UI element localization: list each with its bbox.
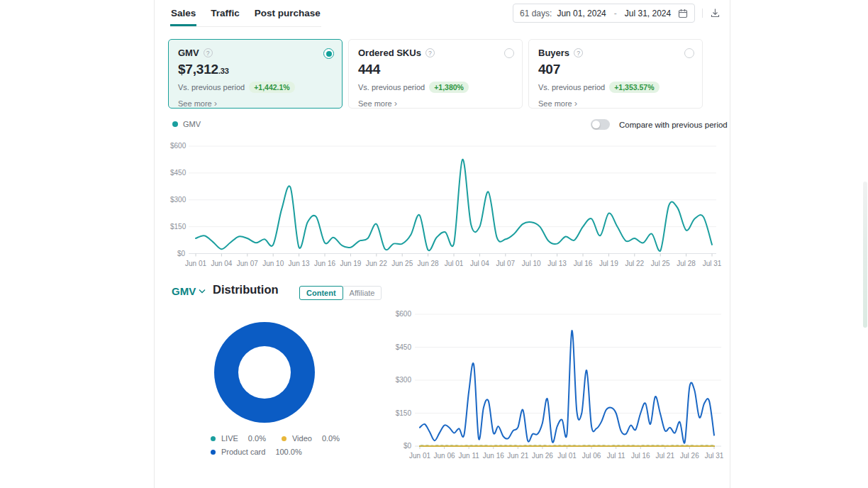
vs-previous-label: Vs. previous period <box>358 83 425 92</box>
legend-item-product-card: Product card 100.0% <box>211 448 302 456</box>
compare-toggle[interactable] <box>591 119 610 130</box>
metric-dropdown[interactable]: GMV <box>172 285 206 297</box>
download-icon <box>710 8 720 18</box>
tab-traffic[interactable]: Traffic <box>210 6 240 26</box>
card-value: 444 <box>358 62 513 77</box>
donut-legend-row-1: LIVE 0.0% Video 0.0% <box>211 434 340 443</box>
gmv-series-dot <box>172 121 178 127</box>
card-title: Ordered SKUs <box>358 48 421 58</box>
download-button[interactable] <box>708 6 721 19</box>
y-axis-label: $150 <box>170 223 185 231</box>
y-axis-label: $300 <box>170 196 185 204</box>
product-card-dot <box>211 450 216 455</box>
legend-item-video: Video 0.0% <box>282 434 340 443</box>
buyers-radio[interactable] <box>684 48 694 58</box>
see-more-link[interactable]: See more› <box>358 98 513 109</box>
distribution-trend-chart-canvas <box>415 310 721 455</box>
end-date[interactable]: Jul 31, 2024 <box>625 9 671 18</box>
chevron-right-icon: › <box>574 98 577 109</box>
y-axis-label: $0 <box>394 442 411 450</box>
date-range-picker[interactable]: 61 days: Jun 01, 2024 - Jul 31, 2024 <box>513 4 695 23</box>
change-badge: +1,442.1% <box>249 82 295 93</box>
legend-item-live: LIVE 0.0% <box>211 434 266 443</box>
change-badge: +1,380% <box>429 82 469 93</box>
question-circle-icon[interactable]: ? <box>574 48 583 57</box>
calendar-icon <box>678 9 688 18</box>
x-axis-label: Jul 31 <box>695 260 729 267</box>
ordered-skus-radio[interactable] <box>504 48 514 58</box>
card-value: 407 <box>538 62 693 77</box>
x-axis-label: Jul 31 <box>697 452 731 460</box>
affiliate-button[interactable]: Affiliate <box>343 286 382 300</box>
distribution-heading: Distribution <box>213 283 279 296</box>
date-range-days-label: 61 days: <box>520 9 552 18</box>
vs-previous-label: Vs. previous period <box>178 83 245 92</box>
donut-legend-row-2: Product card 100.0% <box>211 448 302 456</box>
tab-bar: Sales Traffic Post purchase <box>170 6 321 27</box>
question-circle-icon[interactable]: ? <box>204 48 213 57</box>
scrollbar-thumb[interactable] <box>863 182 867 328</box>
live-dot <box>211 436 216 441</box>
panel-divider-left <box>154 0 155 488</box>
card-title: Buyers <box>538 48 569 58</box>
video-dot <box>282 436 286 441</box>
question-circle-icon[interactable]: ? <box>425 48 435 57</box>
y-axis-label: $300 <box>394 376 411 384</box>
analytics-page: Sales Traffic Post purchase 61 days: Jun… <box>0 0 868 488</box>
tab-sales[interactable]: Sales <box>170 6 196 26</box>
panel-divider-right <box>730 0 730 488</box>
distribution-source-switch: Content Affiliate <box>299 286 382 300</box>
chevron-right-icon: › <box>394 98 397 109</box>
change-badge: +1,353.57% <box>609 82 659 93</box>
metric-card-gmv[interactable]: GMV ? $7,312.33 Vs. previous period +1,4… <box>168 39 343 109</box>
gmv-trend-chart: $0$150$300$450$600Jun 01Jun 04Jun 07Jun … <box>170 140 722 272</box>
chevron-right-icon: › <box>214 98 217 109</box>
y-axis-label: $600 <box>394 310 411 318</box>
y-axis-label: $450 <box>170 169 185 177</box>
gmv-trend-chart-canvas <box>189 142 716 264</box>
chevron-down-icon <box>199 289 206 294</box>
y-axis-label: $0 <box>170 250 185 257</box>
compare-toggle-label: Compare with previous period <box>619 121 728 129</box>
date-separator: - <box>611 9 620 18</box>
see-more-link[interactable]: See more› <box>538 98 693 109</box>
distribution-trend-chart: $0$150$300$450$600Jun 01Jun 06Jun 11Jun … <box>394 310 728 465</box>
y-axis-label: $150 <box>394 409 411 417</box>
series-legend-label: GMV <box>183 120 201 128</box>
series-legend: GMV <box>172 120 201 128</box>
see-more-link[interactable]: See more› <box>178 98 333 109</box>
metric-card-ordered-skus[interactable]: Ordered SKUs ? 444 Vs. previous period +… <box>348 39 523 109</box>
content-button[interactable]: Content <box>299 286 343 300</box>
donut-hole <box>238 346 291 399</box>
gmv-radio[interactable] <box>323 48 334 59</box>
vs-previous-label: Vs. previous period <box>538 83 605 92</box>
metric-card-buyers[interactable]: Buyers ? 407 Vs. previous period +1,353.… <box>528 39 703 109</box>
start-date[interactable]: Jun 01, 2024 <box>557 9 606 18</box>
card-value: $7,312.33 <box>178 62 333 77</box>
toolbar-divider <box>702 9 703 18</box>
y-axis-label: $450 <box>394 343 411 351</box>
card-title: GMV <box>178 48 199 58</box>
tab-post-purchase[interactable]: Post purchase <box>254 6 321 26</box>
y-axis-label: $600 <box>170 142 185 150</box>
distribution-donut-chart <box>214 322 315 423</box>
